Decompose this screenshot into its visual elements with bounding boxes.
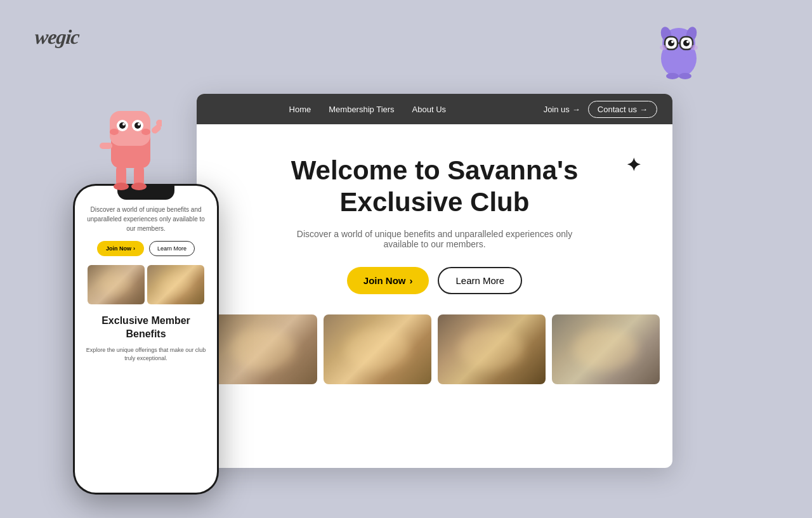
svg-point-15	[666, 73, 679, 79]
join-now-button[interactable]: Join Now ›	[347, 267, 429, 294]
sparkle-icon: ✦	[626, 155, 641, 176]
phone-benefits-section: Exclusive Member Benefits Explore the un…	[75, 314, 217, 363]
phone-section-title: Exclusive Member Benefits	[85, 314, 207, 341]
phone-section-sub: Explore the unique offerings that make o…	[85, 346, 207, 363]
nav-about[interactable]: About Us	[412, 105, 446, 114]
phone-hero-text: Discover a world of unique benefits and …	[85, 205, 207, 233]
phone-inner: Discover a world of unique benefits and …	[75, 186, 217, 493]
phone-join-button[interactable]: Join Now ›	[97, 241, 144, 256]
svg-point-16	[679, 73, 691, 79]
svg-point-26	[141, 129, 150, 135]
hero-title: Welcome to Savanna's Exclusive Club ✦	[235, 155, 634, 219]
wegic-logo: wegic	[35, 25, 79, 49]
svg-rect-18	[110, 111, 150, 146]
svg-point-9	[668, 40, 674, 46]
gallery-image-3	[438, 314, 546, 384]
hero-buttons: Join Now › Learn More	[235, 267, 634, 294]
gallery-image-2	[324, 314, 431, 384]
nav-links: Home Membership Tiers About Us	[212, 105, 523, 114]
svg-point-10	[683, 40, 690, 46]
learn-more-button[interactable]: Learn More	[438, 267, 522, 294]
svg-point-11	[671, 41, 674, 43]
svg-point-21	[119, 122, 126, 129]
nav-actions: Join us → Contact us →	[544, 101, 657, 118]
svg-rect-29	[100, 143, 112, 149]
browser-window: Home Membership Tiers About Us Join us →…	[197, 94, 672, 468]
phone-gallery	[85, 265, 207, 304]
svg-point-23	[122, 123, 125, 126]
phone-gallery-1	[88, 265, 145, 304]
svg-point-12	[686, 41, 689, 43]
phone-buttons: Join Now › Learn More	[85, 241, 207, 256]
svg-point-33	[131, 183, 147, 190]
svg-point-13	[660, 45, 667, 50]
phone-mockup: Discover a world of unique benefits and …	[73, 184, 219, 495]
nav-contact-btn[interactable]: Contact us →	[588, 101, 657, 118]
hero-section: Welcome to Savanna's Exclusive Club ✦ Di…	[197, 124, 672, 294]
phone-learn-button[interactable]: Learn More	[149, 241, 195, 256]
svg-point-32	[114, 183, 129, 190]
image-gallery	[197, 314, 672, 384]
gallery-image-1	[209, 314, 317, 384]
phone-gallery-2	[147, 265, 204, 304]
nav-home[interactable]: Home	[289, 105, 311, 114]
svg-point-14	[690, 45, 698, 50]
phone-content: Discover a world of unique benefits and …	[75, 205, 217, 304]
svg-point-22	[134, 122, 141, 129]
gallery-image-4	[552, 314, 660, 384]
hero-subtitle: Discover a world of unique benefits and …	[282, 229, 587, 249]
mascot-purple	[653, 25, 704, 79]
nav-bar: Home Membership Tiers About Us Join us →…	[197, 94, 672, 124]
svg-point-24	[138, 123, 140, 126]
svg-point-25	[110, 129, 119, 135]
nav-join-btn[interactable]: Join us →	[544, 105, 580, 114]
nav-membership[interactable]: Membership Tiers	[329, 105, 394, 114]
mascot-pink	[98, 108, 162, 190]
